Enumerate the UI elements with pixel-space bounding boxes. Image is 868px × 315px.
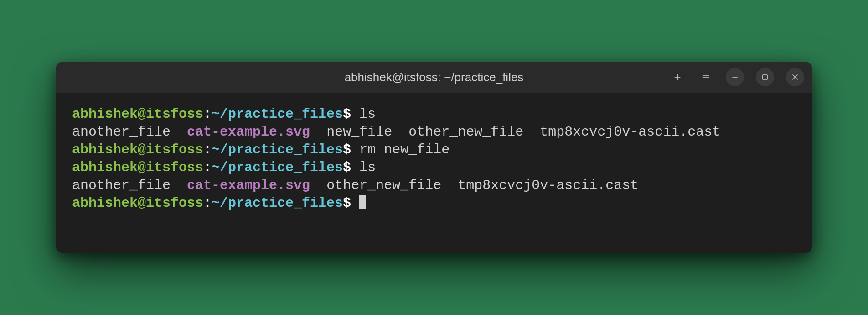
new-tab-button[interactable] — [669, 69, 686, 85]
prompt-path: ~/practice_files — [212, 142, 343, 158]
prompt-sep: : — [203, 195, 212, 211]
prompt-sep: : — [203, 106, 212, 122]
prompt-path: ~/practice_files — [212, 106, 343, 122]
prompt-user: abhishek@itsfoss — [72, 195, 203, 211]
menu-button[interactable] — [698, 69, 714, 85]
prompt-sep: : — [203, 160, 212, 175]
file-name: new_file — [326, 124, 392, 140]
command-text: ls — [359, 160, 376, 175]
plus-icon — [673, 73, 682, 82]
prompt-path: ~/practice_files — [212, 195, 343, 211]
prompt-line: abhishek@itsfoss:~/practice_files$ ls — [72, 159, 796, 177]
file-name: tmp8xcvcj0v-ascii.cast — [540, 124, 720, 140]
file-name: cat-example.svg — [187, 124, 310, 140]
prompt-sigil: $ — [343, 142, 351, 158]
prompt-user: abhishek@itsfoss — [72, 106, 203, 122]
prompt-user: abhishek@itsfoss — [72, 142, 203, 158]
terminal-content[interactable]: abhishek@itsfoss:~/practice_files$ lsano… — [56, 93, 812, 253]
cursor — [359, 195, 366, 209]
prompt-sigil: $ — [343, 160, 351, 175]
prompt-sigil: $ — [343, 106, 351, 122]
close-button[interactable] — [786, 68, 804, 86]
terminal-window: abhishek@itsfoss: ~/practice_files — [56, 62, 812, 253]
prompt-path: ~/practice_files — [212, 160, 343, 175]
titlebar: abhishek@itsfoss: ~/practice_files — [56, 62, 812, 93]
file-name: other_new_file — [408, 124, 523, 140]
hamburger-icon — [701, 73, 710, 82]
command-text: ls — [359, 106, 376, 122]
maximize-button[interactable] — [756, 68, 774, 86]
close-icon — [790, 73, 800, 82]
svg-rect-0 — [763, 75, 767, 79]
file-name: another_file — [72, 178, 170, 193]
prompt-line: abhishek@itsfoss:~/practice_files$ rm ne… — [72, 141, 796, 159]
output-line: another_file cat-example.svg other_new_f… — [72, 177, 796, 194]
prompt-sigil: $ — [343, 195, 351, 211]
minimize-icon — [730, 73, 739, 82]
prompt-user: abhishek@itsfoss — [72, 160, 203, 175]
file-name: tmp8xcvcj0v-ascii.cast — [458, 178, 638, 193]
prompt-line: abhishek@itsfoss:~/practice_files$ — [72, 194, 796, 212]
maximize-icon — [760, 73, 770, 82]
output-line: another_file cat-example.svg new_file ot… — [72, 123, 796, 141]
file-name: another_file — [72, 124, 170, 140]
file-name: other_new_file — [326, 178, 441, 193]
window-controls — [669, 68, 804, 86]
command-text: rm new_file — [359, 142, 450, 158]
prompt-line: abhishek@itsfoss:~/practice_files$ ls — [72, 105, 796, 123]
prompt-sep: : — [203, 142, 212, 158]
file-name: cat-example.svg — [187, 178, 310, 193]
minimize-button[interactable] — [726, 68, 744, 86]
